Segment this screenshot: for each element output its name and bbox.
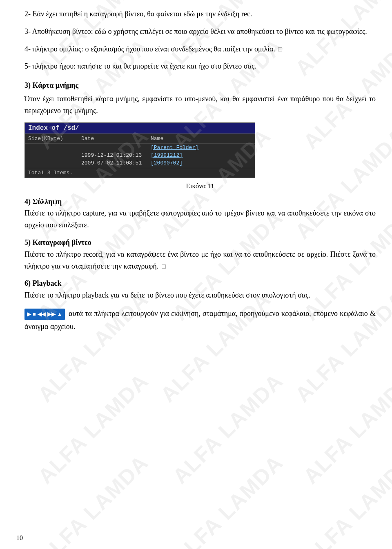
paragraph-7: Πιέστε το πλήκτρο record, για να καταγρά… (24, 250, 376, 270)
watermark: ALFA LAMDA (298, 450, 392, 549)
index-box: Index of /sd/ Size(KByte) Date Name [Par… (24, 122, 255, 178)
paragraph-6: Πιέστε το πλήκτρο capture, για να τραβήξ… (24, 209, 376, 229)
decorative-square (278, 47, 282, 51)
page-number: 10 (16, 534, 23, 542)
index-footer: Total 3 Items. (25, 168, 255, 178)
col-header-size: Size(KByte) (28, 136, 81, 142)
figure-caption: Εικόνα 11 (24, 182, 376, 190)
section-6-heading: 6) Playback (24, 279, 62, 287)
decorative-square-2 (162, 264, 166, 269)
col-header-date: Date (81, 136, 151, 142)
paragraph-8: Πιέστε το πλήκτρο playback για να δείτε … (24, 291, 310, 299)
col-header-name: Name (151, 136, 252, 142)
paragraph-5: Όταν έχει τοποθετηθεί κάρτα μνήμης, εμφα… (24, 93, 376, 117)
watermark: ALFA LAMDA (168, 369, 288, 489)
watermark: ALFA LAMDA (168, 450, 288, 549)
prev-chapter-button[interactable]: ◀◀ (38, 309, 46, 319)
watermark: ALFA LAMDA (298, 369, 392, 489)
index-title: Index of /sd/ (25, 123, 255, 134)
stop-button[interactable]: ■ (33, 309, 36, 319)
paragraph-3: 4- πλήκτρο ομιλίας: ο εξοπλισμός ήχου πο… (24, 43, 376, 55)
section-4-block: 4) Σύλληψη Πιέστε το πλήκτρο capture, γι… (24, 196, 376, 231)
section-3-block: 3) Κάρτα μνήμης Όταν έχει τοποθετηθεί κά… (24, 80, 376, 116)
paragraph-1: 2- Εάν έχει πατηθεί η καταγραφή βίντεο, … (24, 8, 376, 20)
playback-block: ▶ ■ ◀◀ ▶▶ ▲ αυτά τα πλήκτρα λειτουργούν … (24, 307, 376, 333)
paragraph-4: 5- πλήκτρο ήχου: πατήστε το και θα μπορε… (24, 60, 376, 72)
index-header: Size(KByte) Date Name (25, 134, 255, 144)
index-row-parent: [Parent Folder] (25, 144, 255, 151)
index-row-1: 1999-12-12 01:20:13 [19991212] (25, 151, 255, 159)
section-5-block: 5) Καταγραφή βίντεο Πιέστε το πλήκτρο re… (24, 237, 376, 272)
open-file-button[interactable]: ▲ (57, 309, 62, 319)
play-button[interactable]: ▶ (27, 309, 31, 319)
watermark: ALFA LAMDA (33, 369, 153, 489)
next-chapter-button[interactable]: ▶▶ (47, 309, 56, 319)
section-4-heading: 4) Σύλληψη (24, 198, 62, 206)
watermark: ALFA LAMDA (33, 450, 153, 549)
section-3-heading: 3) Κάρτα μνήμης (24, 80, 376, 91)
playback-controls[interactable]: ▶ ■ ◀◀ ▶▶ ▲ (24, 309, 65, 320)
index-row-2: 2009-07-02 11:08:51 [20090702] (25, 159, 255, 167)
section-6-block: 6) Playback Πιέστε το πλήκτρο playback γ… (24, 278, 376, 301)
section-5-heading: 5) Καταγραφή βίντεο (24, 238, 91, 247)
paragraph-9: αυτά τα πλήκτρα λειτουργούν για εκκίνηση… (24, 309, 376, 331)
paragraph-2: 3- Αποθήκευση βίντεο: εδώ ο χρήστης επιλ… (24, 26, 376, 38)
